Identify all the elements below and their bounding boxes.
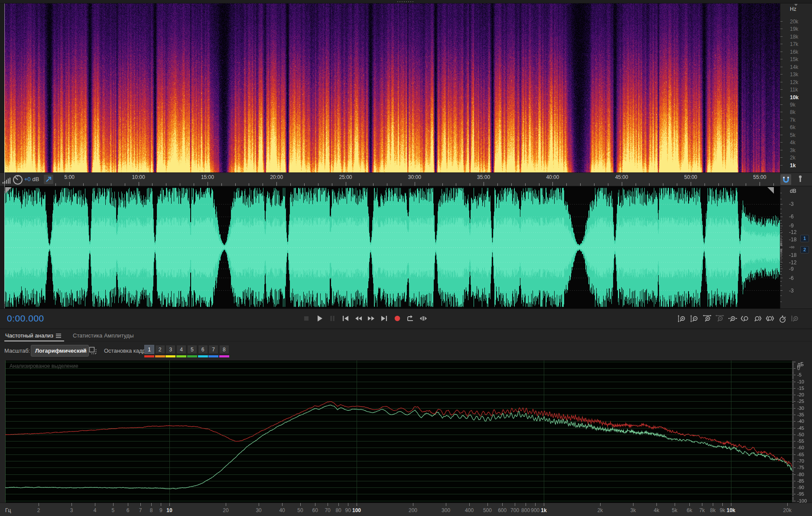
timeline-label: 20:00 — [270, 174, 283, 180]
frequency-tick — [780, 59, 783, 59]
timeline-tick — [235, 183, 236, 186]
rewind-button[interactable] — [353, 313, 364, 324]
plot-frequency-tick — [348, 503, 348, 506]
zoom-selection-button[interactable] — [727, 313, 737, 324]
frequency-tick — [780, 157, 783, 158]
plot-frequency-tick-label: 9k — [720, 507, 725, 513]
plot-db-tick-label: -55 — [797, 439, 804, 444]
analyzed-selection-label: Анализированое выделение — [10, 363, 78, 369]
skip-forward-button[interactable] — [379, 313, 390, 324]
fast-forward-button[interactable] — [366, 313, 377, 324]
tab-frequency-analysis[interactable]: Частотный анализ — [5, 329, 53, 342]
amplitude-ruler[interactable]: dB -3-3-6-6-9-9-12-12-18-18-∞12 — [780, 186, 812, 308]
levels-icon[interactable] — [2, 177, 13, 184]
timeline-tick — [497, 183, 498, 186]
zoom-in-horizontal-button[interactable] — [702, 313, 712, 324]
hold-frame-button-2[interactable]: 2 — [155, 345, 165, 354]
stop-button[interactable] — [301, 313, 312, 324]
plot-frequency-tick — [702, 503, 702, 506]
zoom-selection-left-button[interactable] — [739, 313, 750, 324]
timeline-tick — [429, 183, 429, 186]
hold-frame-color-bar — [155, 355, 165, 357]
clock-icon[interactable] — [12, 174, 23, 185]
play-button[interactable] — [314, 313, 325, 324]
timeline-tick — [332, 183, 332, 186]
gain-indicator[interactable]: +0 dB — [24, 176, 39, 182]
scale-select[interactable]: Логарифмический — [31, 345, 89, 357]
hold-frame-button-4[interactable]: 4 — [176, 345, 186, 354]
hold-frame-button-8[interactable]: 8 — [219, 345, 229, 354]
frequency-tick — [780, 21, 783, 22]
spectrogram-display[interactable] — [4, 3, 780, 172]
timeline-tick — [760, 182, 760, 186]
playhead-indicator[interactable] — [4, 3, 5, 308]
timed-zoom-button[interactable] — [777, 313, 788, 324]
snap-toggle-button[interactable] — [780, 174, 792, 185]
panel-divider-top[interactable] — [0, 0, 812, 3]
panel-grip-icon[interactable] — [397, 1, 415, 2]
pin-button[interactable] — [43, 174, 54, 185]
timeline-tick — [304, 183, 305, 186]
skip-back-button[interactable] — [340, 313, 351, 324]
frequency-ruler[interactable]: Hz 20k19k18k17k16k15k14k13k12k11k10k9k8k… — [780, 3, 812, 172]
loop-playback-button[interactable] — [405, 313, 416, 324]
hold-frame-button-6[interactable]: 6 — [198, 345, 208, 354]
waveform-display[interactable] — [4, 186, 780, 308]
skip-selection-button[interactable] — [418, 313, 429, 324]
frequency-tick-label: 12k — [790, 80, 798, 85]
plot-db-tick-label: -30 — [797, 406, 804, 411]
record-button[interactable] — [392, 313, 403, 324]
plot-frequency-tick-label: 10 — [166, 507, 172, 513]
plot-db-tick-label: -25 — [797, 399, 804, 404]
plot-frequency-tick — [169, 503, 170, 506]
zoom-selection-right-button[interactable] — [752, 313, 763, 324]
timeline-ruler[interactable]: +0 dB 5:0010:0015:0020:0025:0030:0035:00… — [0, 172, 812, 186]
zoom-in-vertical-icon — [677, 314, 687, 323]
timeline-tick — [484, 182, 484, 186]
marker-button[interactable] — [796, 174, 806, 185]
panel-corner-handle[interactable] — [5, 187, 12, 194]
hold-frame-button-3[interactable]: 3 — [166, 345, 175, 354]
timeline-tick — [415, 182, 415, 186]
hold-frame-color-bar — [166, 355, 175, 357]
timeline-tick — [525, 183, 526, 186]
timeline-label: 5:00 — [65, 174, 75, 180]
timeline-label: 55:00 — [753, 174, 766, 180]
scale-label: Масштаб: — [4, 347, 30, 354]
plot-db-tick-label: -80 — [797, 472, 804, 477]
frequency-tick — [780, 97, 783, 97]
fast-forward-icon — [366, 313, 377, 324]
pause-button[interactable] — [327, 313, 338, 324]
plot-db-tick-label: -20 — [797, 393, 804, 397]
current-time-display[interactable]: 0:00.000 — [7, 313, 44, 324]
hold-frame-button-7[interactable]: 7 — [208, 345, 218, 354]
panel-corner-handle[interactable] — [767, 187, 774, 194]
plot-frequency-tick — [113, 503, 114, 506]
hold-frame-button-5[interactable]: 5 — [187, 345, 197, 354]
channel-button-1[interactable]: 1 — [800, 235, 809, 242]
frequency-tick-label: 17k — [790, 42, 798, 47]
plot-frequency-ruler: Гц 2345678910203040506070809010020030040… — [0, 503, 812, 516]
plot-frequency-tick-label: 5k — [672, 507, 678, 513]
copy-graph-icon[interactable] — [89, 347, 97, 355]
zoom-in-vertical-button[interactable] — [676, 313, 687, 324]
frequency-tick — [780, 89, 783, 90]
plot-frequency-tick-label: 6 — [127, 507, 130, 513]
timed-zoom-icon — [777, 314, 788, 323]
zoom-to-selection-button[interactable] — [764, 313, 775, 324]
tab-amplitude-statistics[interactable]: Статистика Амплитуды — [73, 329, 133, 342]
channel-button-2[interactable]: 2 — [800, 246, 809, 253]
panel-menu-icon[interactable] — [55, 333, 62, 339]
frequency-analysis-plot[interactable] — [5, 360, 792, 503]
plot-frequency-tick-label: 10k — [727, 507, 735, 513]
timeline-tick — [401, 183, 401, 186]
frequency-tick — [780, 150, 783, 150]
timeline-tick — [194, 183, 194, 186]
play-icon — [314, 313, 325, 324]
hold-frame-button-1[interactable]: 1 — [144, 345, 154, 354]
reset-zoom-button[interactable] — [789, 313, 800, 324]
zoom-out-vertical-button[interactable] — [689, 313, 700, 324]
skip-back-icon — [340, 313, 351, 324]
zoom-out-horizontal-button[interactable] — [714, 313, 725, 324]
zoom-out-vertical-icon — [689, 314, 700, 323]
